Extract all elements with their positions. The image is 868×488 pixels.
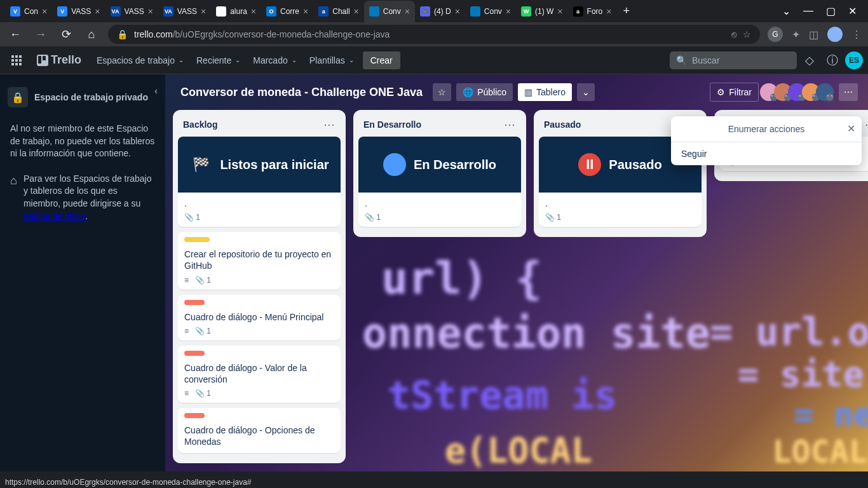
list-title[interactable]: Pausado	[544, 119, 684, 130]
tab-close-icon[interactable]: ×	[148, 6, 153, 17]
tab-close-icon[interactable]: ×	[95, 6, 100, 17]
browser-tab[interactable]: 🎮(4) D×	[415, 1, 465, 22]
trello-header: Trello Espacios de trabajo ⌄Reciente ⌄Ma…	[0, 46, 868, 74]
view-switcher-button[interactable]: ▥Tablero	[518, 83, 572, 101]
tab-close-icon[interactable]: ×	[606, 6, 611, 17]
url-field[interactable]: 🔒 trello.com/b/uOEgrgks/conversor-de-mon…	[108, 25, 760, 44]
create-button[interactable]: Crear	[363, 51, 400, 69]
card-title: Crear el repositorio de tu proyecto en G…	[184, 248, 334, 271]
visibility-button[interactable]: 🌐Público	[456, 83, 513, 101]
filter-button[interactable]: ⚙Filtrar	[710, 83, 759, 102]
card-label[interactable]	[184, 300, 205, 305]
browser-tab[interactable]: VAVASS×	[105, 1, 158, 22]
card[interactable]: En Desarrollo.📎 1	[358, 137, 521, 227]
profile-badge[interactable]: G	[768, 27, 783, 42]
close-window-icon[interactable]: ✕	[848, 5, 857, 17]
profile-avatar-icon[interactable]	[827, 27, 843, 42]
tab-title: Foro	[587, 7, 603, 16]
card[interactable]: Crear el repositorio de tu proyecto en G…	[178, 232, 341, 289]
card-title: .	[184, 198, 334, 209]
header-nav-item[interactable]: Reciente ⌄	[190, 51, 247, 69]
member-avatars[interactable]: ⌃⌃⌃⌃⌃⌃⌃⌃⌃⌃	[764, 83, 834, 101]
tab-close-icon[interactable]: ×	[354, 6, 359, 17]
browser-tab[interactable]: VCon×	[5, 1, 52, 22]
card[interactable]: Cuadro de diálogo - Valor de la conversi…	[178, 346, 341, 403]
home-link[interactable]: página de inicio	[24, 211, 85, 221]
browser-tab[interactable]: OCorre×	[261, 1, 313, 22]
tab-close-icon[interactable]: ×	[303, 6, 308, 17]
notifications-icon[interactable]: ◇	[799, 50, 820, 71]
new-tab-button[interactable]: +	[616, 2, 636, 20]
card-label[interactable]	[184, 237, 210, 242]
back-button[interactable]: ←	[6, 25, 24, 43]
lock-icon: 🔒	[117, 29, 128, 39]
star-icon[interactable]: ☆	[743, 29, 751, 39]
header-nav-item[interactable]: Marcado ⌄	[247, 51, 302, 69]
user-avatar[interactable]: ES	[845, 51, 863, 69]
list-menu-button[interactable]: ⋯	[504, 118, 516, 132]
sidepanel-icon[interactable]: ◫	[809, 29, 818, 41]
list-title[interactable]: En Desarrollo	[363, 119, 504, 130]
member-avatar[interactable]: ⌃⌃	[816, 83, 834, 101]
card-label[interactable]	[184, 351, 205, 356]
sidebar-collapse[interactable]: ‹	[154, 86, 158, 96]
card-badges: 📎 1	[545, 213, 695, 222]
tab-title: (1) W	[535, 7, 553, 16]
tab-close-icon[interactable]: ×	[557, 6, 562, 17]
star-board-button[interactable]: ☆	[433, 83, 451, 101]
card[interactable]: Cuadro de diálogo - Menú Principal≡📎 1	[178, 295, 341, 341]
share-icon[interactable]: ⎋	[731, 29, 736, 39]
trello-logo[interactable]: Trello	[31, 50, 88, 71]
reload-button[interactable]: ⟳	[57, 25, 75, 43]
tab-title: VASS	[177, 7, 197, 16]
tab-close-icon[interactable]: ×	[506, 6, 511, 17]
tab-close-icon[interactable]: ×	[455, 6, 460, 17]
header-nav-item[interactable]: Espacios de trabajo ⌄	[90, 51, 190, 69]
board-menu-button[interactable]: ⋯	[839, 83, 858, 101]
forward-button[interactable]: →	[32, 25, 50, 43]
attachment-badge: 📎 1	[184, 213, 200, 222]
browser-tab[interactable]: Conv×	[465, 1, 516, 22]
description-icon: ≡	[184, 327, 189, 336]
apps-switcher[interactable]	[5, 51, 28, 69]
home-icon: ⌂	[10, 173, 17, 222]
address-bar: ← → ⟳ ⌂ 🔒 trello.com/b/uOEgrgks/converso…	[0, 22, 868, 46]
tab-title: Conv	[383, 7, 401, 16]
search-input[interactable]: 🔍 Buscar	[670, 51, 797, 69]
browser-tab[interactable]: Galura×	[211, 1, 261, 22]
close-icon[interactable]: ✕	[847, 123, 855, 135]
menu-icon[interactable]: ⋮	[851, 29, 862, 41]
header-nav-item[interactable]: Plantillas ⌄	[303, 51, 360, 69]
browser-tab[interactable]: Conv×	[364, 1, 415, 22]
card-label[interactable]	[184, 413, 205, 418]
maximize-icon[interactable]: ▢	[826, 5, 836, 17]
help-icon[interactable]: ⓘ	[822, 50, 843, 71]
card-title: .	[545, 198, 695, 209]
list-menu-button[interactable]: ⋯	[323, 118, 336, 132]
home-button[interactable]: ⌂	[83, 25, 100, 43]
chevron-down-icon[interactable]: ⌄	[782, 5, 790, 17]
card-badges: ≡📎 1	[184, 389, 334, 398]
tab-close-icon[interactable]: ×	[201, 6, 206, 17]
browser-tab[interactable]: W(1) W×	[516, 1, 568, 22]
browser-tab[interactable]: aChall×	[313, 1, 364, 22]
card-title: Cuadro de diálogo - Valor de la conversi…	[184, 362, 334, 385]
tab-favicon: O	[266, 6, 276, 17]
minimize-icon[interactable]: —	[803, 5, 813, 17]
tab-close-icon[interactable]: ×	[42, 6, 47, 17]
card[interactable]: Cuadro de diálogo - Opciones de Monedas	[178, 408, 341, 452]
card[interactable]: 🏁Listos para iniciar.📎 1	[178, 137, 341, 227]
list-title[interactable]: Backlog	[183, 119, 323, 130]
browser-tab[interactable]: aForo×	[568, 1, 617, 22]
tab-close-icon[interactable]: ×	[405, 6, 410, 17]
tab-close-icon[interactable]: ×	[251, 6, 256, 17]
popover-item[interactable]: Seguir	[671, 142, 862, 165]
extensions-icon[interactable]: ✦	[792, 29, 800, 41]
view-switcher-dropdown[interactable]: ⌄	[577, 83, 595, 101]
board-name[interactable]: Conversor de moneda - Challenge ONE Java	[175, 86, 428, 99]
tab-favicon: a	[573, 6, 583, 17]
sidebar: 🔒 Espacio de trabajo privado ‹ Al no ser…	[0, 74, 165, 471]
browser-tab[interactable]: VAVASS×	[158, 1, 211, 22]
list-menu-button[interactable]: ⋯	[865, 118, 868, 132]
browser-tab[interactable]: VVASS×	[52, 1, 105, 22]
